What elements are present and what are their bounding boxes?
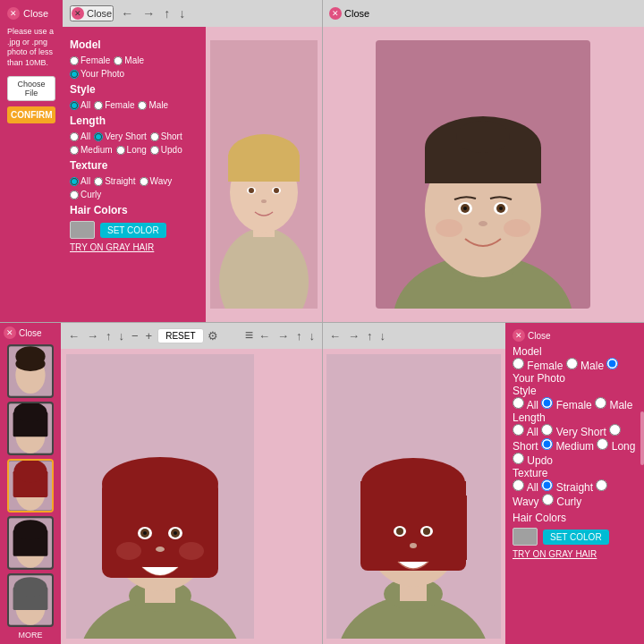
sidebar-thumb-3[interactable]	[7, 459, 54, 513]
bl-nav-left[interactable]: ←	[66, 329, 81, 343]
br-length-updo[interactable]: Updo	[513, 454, 553, 467]
br-style-male[interactable]: Male	[595, 399, 632, 411]
br-try-gray-button[interactable]: TRY ON GRAY HAIR	[513, 549, 597, 559]
sidebar-thumb-4[interactable]	[7, 516, 54, 570]
color-swatch[interactable]	[70, 221, 95, 239]
upload-close-button[interactable]: ✕ Close	[7, 7, 48, 20]
br-texture-all[interactable]: All	[513, 481, 538, 494]
br-length-long[interactable]: Long	[597, 440, 635, 453]
style-male[interactable]: Male	[138, 100, 168, 110]
bl-nav-down[interactable]: ↓	[117, 329, 127, 343]
choose-file-button[interactable]: Choose File	[7, 76, 55, 101]
br-model-female[interactable]: Female	[513, 360, 563, 372]
sidebar-thumb-1[interactable]	[7, 344, 54, 398]
length-medium-radio[interactable]	[70, 146, 79, 155]
confirm-button[interactable]: CONFIRM	[7, 106, 55, 123]
br-length-medium[interactable]: Medium	[541, 440, 594, 453]
length-short-radio[interactable]	[150, 132, 159, 141]
nav-right-arrow[interactable]: →	[140, 6, 157, 21]
model-female[interactable]: Female	[70, 55, 110, 65]
br-style-male-radio[interactable]	[595, 397, 606, 409]
br-model-male[interactable]: Male	[566, 360, 604, 372]
length-all-radio[interactable]	[70, 132, 79, 141]
texture-all[interactable]: All	[70, 176, 90, 186]
br-length-medium-radio[interactable]	[541, 438, 553, 450]
br-style-female-radio[interactable]	[541, 397, 553, 409]
tl-close-button[interactable]: ✕ Close	[70, 5, 114, 21]
br-nav-left[interactable]: ←	[327, 329, 343, 343]
length-updo-radio[interactable]	[150, 146, 159, 155]
bl-reset-button[interactable]: RESET	[157, 328, 203, 343]
bl-nav-up[interactable]: ↑	[104, 329, 114, 343]
style-all[interactable]: All	[70, 100, 90, 110]
br-texture-all-radio[interactable]	[513, 479, 524, 491]
gear-icon[interactable]: ⚙	[208, 329, 218, 343]
br-style-female[interactable]: Female	[541, 399, 591, 411]
br-style-all[interactable]: All	[513, 399, 538, 411]
br-texture-straight[interactable]: Straight	[541, 481, 593, 494]
br-set-color-button[interactable]: SET COLOR	[543, 530, 609, 545]
br-yourphoto-radio[interactable]	[606, 358, 618, 369]
bl-nav-right[interactable]: →	[85, 329, 100, 343]
style-female-radio[interactable]	[94, 101, 103, 110]
sidebar-thumb-2[interactable]	[7, 402, 54, 455]
texture-wavy[interactable]: Wavy	[140, 176, 173, 186]
texture-curly[interactable]: Curly	[70, 190, 101, 199]
br-texture-curly-radio[interactable]	[542, 494, 554, 505]
br-nav-down[interactable]: ↓	[378, 329, 388, 343]
set-color-button[interactable]: SET COLOR	[100, 223, 166, 238]
br-nav-right[interactable]: →	[346, 329, 361, 343]
menu-icon[interactable]: ≡	[245, 327, 253, 343]
br-length-short-radio[interactable]	[609, 424, 621, 436]
sidebar-thumb-5[interactable]	[7, 573, 54, 627]
model-male[interactable]: Male	[114, 55, 144, 65]
more-button[interactable]: MORE	[19, 631, 43, 640]
length-updo[interactable]: Updo	[150, 145, 182, 155]
nav-up-arrow[interactable]: ↑	[162, 6, 172, 21]
br-nav-up[interactable]: ↑	[365, 329, 375, 343]
texture-straight[interactable]: Straight	[94, 176, 135, 186]
br-length-all[interactable]: All	[513, 426, 538, 438]
length-short[interactable]: Short	[150, 131, 182, 141]
br-color-swatch[interactable]	[513, 528, 538, 546]
br-female-radio[interactable]	[513, 358, 524, 369]
texture-wavy-radio[interactable]	[140, 177, 148, 186]
br-length-all-radio[interactable]	[513, 424, 524, 436]
bl-nav-up-2[interactable]: ↑	[294, 329, 304, 343]
texture-curly-radio[interactable]	[70, 191, 79, 199]
length-vshort-radio[interactable]	[94, 132, 103, 141]
br-length-vshort-radio[interactable]	[541, 424, 553, 436]
br-texture-straight-radio[interactable]	[541, 479, 553, 491]
model-your-photo[interactable]: Your Photo	[70, 69, 124, 79]
texture-straight-radio[interactable]	[94, 177, 103, 186]
try-gray-button[interactable]: TRY ON GRAY HAIR	[70, 242, 154, 252]
br-length-long-radio[interactable]	[597, 438, 608, 450]
nav-down-arrow[interactable]: ↓	[177, 6, 187, 21]
bl-close-button[interactable]: ✕ Close	[4, 326, 42, 339]
br-texture-wavy-radio[interactable]	[596, 479, 607, 491]
br-length-updo-radio[interactable]	[513, 453, 524, 464]
br-texture-curly[interactable]: Curly	[542, 496, 581, 508]
bl-nav-left-2[interactable]: ←	[257, 329, 272, 343]
style-all-radio[interactable]	[70, 101, 79, 110]
br-male-radio[interactable]	[566, 358, 578, 369]
bl-nav-down-2[interactable]: ↓	[308, 329, 318, 343]
length-vshort[interactable]: Very Short	[94, 131, 147, 141]
model-female-radio[interactable]	[70, 56, 79, 65]
nav-left-arrow[interactable]: ←	[119, 6, 135, 21]
length-long-radio[interactable]	[116, 146, 125, 155]
tr-close-button[interactable]: ✕ Close	[329, 7, 369, 20]
texture-all-radio[interactable]	[70, 177, 79, 186]
bl-zoom-out[interactable]: −	[130, 329, 140, 343]
length-long[interactable]: Long	[116, 145, 147, 155]
model-male-radio[interactable]	[114, 56, 123, 65]
length-medium[interactable]: Medium	[70, 145, 113, 155]
br-length-vshort[interactable]: Very Short	[541, 426, 606, 438]
length-all[interactable]: All	[70, 131, 90, 141]
br-close-button[interactable]: ✕ Close	[513, 329, 637, 342]
br-style-all-radio[interactable]	[513, 397, 524, 409]
model-yourphoto-radio[interactable]	[70, 70, 79, 79]
style-female[interactable]: Female	[94, 100, 134, 110]
bl-nav-right-2[interactable]: →	[275, 329, 291, 343]
style-male-radio[interactable]	[138, 101, 147, 110]
